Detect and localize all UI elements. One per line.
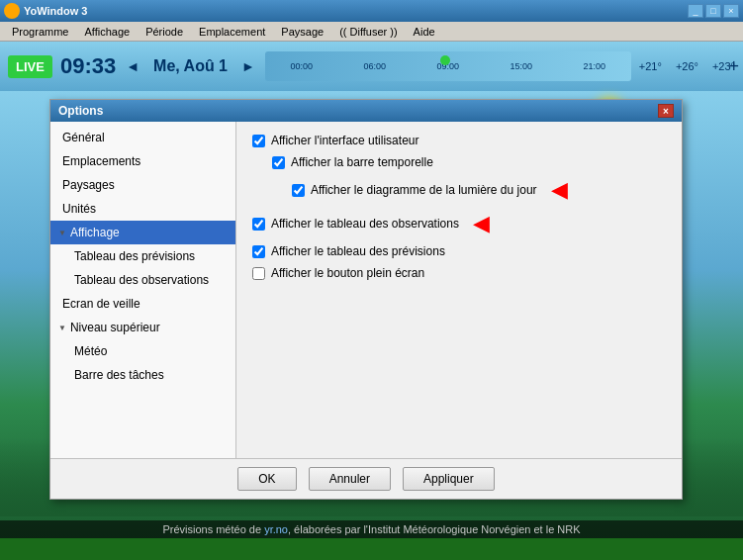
dialog-title: Options <box>58 104 103 118</box>
checkbox-label-3: Afficher le tableau des observations <box>271 217 459 231</box>
checkbox-row-1: Afficher la barre temporelle <box>252 155 666 169</box>
app-icon <box>4 3 20 19</box>
dialog-close-button[interactable]: × <box>658 104 674 118</box>
sidebar-item-affichage[interactable]: ▼ Affichage <box>50 221 235 244</box>
checkbox-interface[interactable] <box>252 135 265 147</box>
date-display: Me, Aoû 1 <box>153 57 228 75</box>
menu-programme[interactable]: Programme <box>4 24 76 40</box>
checkbox-row-2: Afficher le diagramme de la lumière du j… <box>252 177 666 203</box>
content-panel: Afficher l'interface utilisateur Affiche… <box>236 122 682 458</box>
expand-triangle: ▼ <box>58 229 66 237</box>
checkbox-label-5: Afficher le bouton plein écran <box>271 266 424 280</box>
app-title: YoWindow 3 <box>24 5 87 17</box>
dialog-footer: OK Annuler Appliquer <box>50 458 682 499</box>
red-arrow-2: ◀ <box>473 211 490 236</box>
menu-periode[interactable]: Période <box>138 24 191 40</box>
appliquer-button[interactable]: Appliquer <box>403 467 495 491</box>
status-link[interactable]: yr.no <box>264 523 288 535</box>
checkbox-tableau-previsions[interactable] <box>252 245 265 258</box>
sidebar-item-niveau-superieur[interactable]: ▼ Niveau supérieur <box>50 316 235 339</box>
scroll-right-btn[interactable]: + <box>728 56 739 77</box>
minimize-button[interactable]: _ <box>688 4 703 18</box>
prev-arrow[interactable]: ◄ <box>124 58 141 74</box>
checkbox-row-0: Afficher l'interface utilisateur <box>252 134 666 147</box>
sidebar-item-tableau-previsions[interactable]: Tableau des prévisions <box>50 244 235 268</box>
checkbox-tableau-observations[interactable] <box>252 218 265 231</box>
main-background: Options × Général Emplacements Paysages … <box>0 91 743 538</box>
menu-emplacement[interactable]: Emplacement <box>191 24 273 40</box>
checkbox-row-5: Afficher le bouton plein écran <box>252 266 666 280</box>
sidebar-item-unites[interactable]: Unités <box>50 197 235 221</box>
annuler-button[interactable]: Annuler <box>309 467 391 491</box>
menu-aide[interactable]: Aide <box>406 24 443 40</box>
menu-affichage[interactable]: Affichage <box>76 24 138 40</box>
checkbox-label-0: Afficher l'interface utilisateur <box>271 134 418 147</box>
niveau-label: Niveau supérieur <box>70 321 160 334</box>
tick-1: 06:00 <box>364 61 387 71</box>
title-bar: YoWindow 3 _ □ × <box>0 0 743 22</box>
temp-row: +21° +26° +23° <box>639 60 735 72</box>
checkbox-bouton-plein-ecran[interactable] <box>252 267 265 280</box>
live-badge: LIVE <box>8 55 52 78</box>
ok-button[interactable]: OK <box>237 467 296 491</box>
sidebar-item-ecran-veille[interactable]: Ecran de veille <box>50 292 235 316</box>
checkbox-row-4: Afficher le tableau des prévisions <box>252 244 666 258</box>
checkbox-row-3: Afficher le tableau des observations ◀ <box>252 211 666 236</box>
red-arrow-1: ◀ <box>551 177 568 203</box>
tick-3: 15:00 <box>511 61 533 71</box>
timeline: 00:00 06:00 09:00 15:00 21:00 <box>265 51 631 81</box>
expand-triangle-2: ▼ <box>58 324 66 332</box>
checkbox-label-1: Afficher la barre temporelle <box>291 155 433 169</box>
affichage-label: Affichage <box>70 226 120 239</box>
tick-0: 00:00 <box>291 61 314 71</box>
close-button[interactable]: × <box>723 4 739 18</box>
sidebar-item-barre-taches[interactable]: Barre des tâches <box>50 363 235 387</box>
status-text: Prévisions météo de <box>162 523 264 535</box>
maximize-button[interactable]: □ <box>705 4 721 18</box>
time-display: 09:33 <box>60 53 116 79</box>
checkbox-label-4: Afficher le tableau des prévisions <box>271 244 445 258</box>
status-bar: Prévisions météo de yr.no, élaborées par… <box>0 520 743 538</box>
temp-0: +21° <box>639 60 662 72</box>
sidebar-item-tableau-observations[interactable]: Tableau des observations <box>50 268 235 292</box>
title-bar-left: YoWindow 3 <box>4 3 87 19</box>
dialog-sidebar: Général Emplacements Paysages Unités ▼ A… <box>50 122 236 458</box>
next-arrow[interactable]: ► <box>239 58 257 74</box>
menu-paysage[interactable]: Paysage <box>273 24 331 40</box>
status-text-after: , élaborées par l'Institut Météorologiqu… <box>288 523 581 535</box>
menu-diffuser[interactable]: (( Diffuser )) <box>331 24 405 40</box>
sidebar-item-general[interactable]: Général <box>50 126 235 149</box>
dialog-body: Général Emplacements Paysages Unités ▼ A… <box>50 122 682 458</box>
window-controls: _ □ × <box>688 4 739 18</box>
sidebar-item-emplacements[interactable]: Emplacements <box>50 149 235 173</box>
sidebar-item-meteo[interactable]: Météo <box>50 339 235 363</box>
tick-4: 21:00 <box>584 61 606 71</box>
checkbox-barre-temporelle[interactable] <box>272 156 285 169</box>
menu-bar: Programme Affichage Période Emplacement … <box>0 22 743 42</box>
checkbox-label-2: Afficher le diagramme de la lumière du j… <box>311 183 537 197</box>
sidebar-item-paysages[interactable]: Paysages <box>50 173 235 197</box>
options-dialog: Options × Général Emplacements Paysages … <box>49 99 683 500</box>
weather-bar: LIVE 09:33 ◄ Me, Aoû 1 ► 00:00 06:00 09:… <box>0 42 743 91</box>
checkbox-diagramme-lumiere[interactable] <box>292 184 305 197</box>
temp-1: +26° <box>676 60 698 72</box>
dialog-title-bar: Options × <box>50 100 682 122</box>
